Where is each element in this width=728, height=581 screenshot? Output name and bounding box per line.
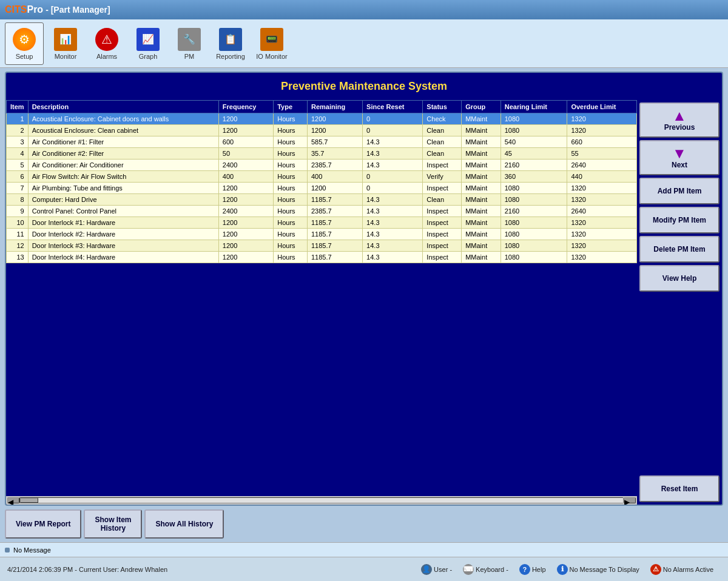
toolbar-pm[interactable]: 🔧 PM	[170, 22, 209, 65]
footer-datetime: 4/21/2014 2:06:39 PM - Current User: And…	[7, 566, 167, 573]
table-cell: 11	[7, 229, 29, 240]
table-row[interactable]: 12Door Interlock #3: Hardware1200Hours11…	[7, 240, 637, 252]
toolbar: ⚙ Setup 📊 Monitor ⚠ Alarms 📈 Graph 🔧 PM …	[0, 19, 728, 68]
table-cell: 360	[500, 171, 567, 183]
col-item: Item	[7, 101, 29, 113]
table-cell: Clean	[423, 125, 462, 136]
table-cell: 1080	[500, 125, 567, 136]
table-row[interactable]: 6Air Flow Switch: Air Flow Switch400Hour…	[7, 171, 637, 183]
table-row[interactable]: 11Door Interlock #2: Hardware1200Hours11…	[7, 229, 637, 240]
h-scrollbar-area[interactable]: ◀ ▶	[6, 496, 637, 505]
pm-table-container[interactable]: Item Description Frequency Type Remainin…	[6, 100, 637, 496]
table-cell: Door Interlock #2: Hardware	[28, 229, 218, 240]
table-row[interactable]: 5Air Conditioner: Air Conditioner2400Hou…	[7, 160, 637, 171]
table-cell: Air Conditioner #1: Filter	[28, 136, 218, 148]
table-cell: 1080	[500, 217, 567, 229]
toolbar-setup-label: Setup	[16, 53, 33, 60]
table-row[interactable]: 1Acoustical Enclosure: Cabinet doors and…	[7, 113, 637, 125]
show-all-history-button[interactable]: Show All History	[144, 509, 224, 539]
table-cell: MMaint	[462, 160, 501, 171]
table-cell: MMaint	[462, 252, 501, 263]
table-cell: 1200	[218, 194, 273, 206]
table-row[interactable]: 9Control Panel: Control Panel2400Hours23…	[7, 206, 637, 217]
table-cell: 0	[363, 183, 423, 194]
toolbar-graph[interactable]: 📈 Graph	[129, 22, 167, 65]
toolbar-reporting[interactable]: 📋 Reporting	[211, 22, 250, 65]
table-cell: 1320	[567, 252, 637, 263]
toolbar-reporting-label: Reporting	[216, 53, 245, 60]
table-cell: 45	[500, 148, 567, 160]
table-row[interactable]: 8Computer: Hard Drive1200Hours1185.714.3…	[7, 194, 637, 206]
alarm-icon: ⚠	[650, 564, 661, 575]
table-cell: 1080	[500, 240, 567, 252]
next-button[interactable]: ▼ Next	[639, 140, 720, 175]
table-cell: 1200	[307, 183, 362, 194]
table-cell: 2160	[500, 160, 567, 171]
modify-pm-item-button[interactable]: Modify PM Item	[639, 207, 720, 233]
add-pm-item-button[interactable]: Add PM Item	[639, 178, 720, 204]
footer-alarm-section: ⚠ No Alarms Active	[650, 564, 713, 575]
table-row[interactable]: 13Door Interlock #4: Hardware1200Hours11…	[7, 252, 637, 263]
table-header-row: Item Description Frequency Type Remainin…	[7, 101, 637, 113]
reset-item-button[interactable]: Reset Item	[639, 475, 720, 502]
table-cell: 14.3	[363, 252, 423, 263]
col-frequency: Frequency	[218, 101, 273, 113]
table-cell: Hours	[274, 171, 308, 183]
table-row[interactable]: 10Door Interlock #1: Hardware1200Hours11…	[7, 217, 637, 229]
table-area: Item Description Frequency Type Remainin…	[6, 100, 637, 505]
table-cell: Air Plumbing: Tube and fittings	[28, 183, 218, 194]
table-row[interactable]: 3Air Conditioner #1: Filter600Hours585.7…	[7, 136, 637, 148]
main-area: Preventive Maintenance System Item Descr…	[0, 68, 728, 542]
table-cell: MMaint	[462, 194, 501, 206]
table-cell: MMaint	[462, 136, 501, 148]
h-scroll-right[interactable]: ▶	[624, 497, 636, 503]
table-cell: 5	[7, 160, 29, 171]
view-pm-report-button[interactable]: View PM Report	[5, 509, 81, 539]
footer-user-section: 👤 User -	[421, 564, 452, 575]
message-icon: ℹ	[557, 564, 568, 575]
view-help-button[interactable]: View Help	[639, 265, 720, 292]
table-cell: Hours	[274, 113, 308, 125]
toolbar-monitor-label: Monitor	[55, 53, 77, 60]
toolbar-alarms[interactable]: ⚠ Alarms	[87, 22, 126, 65]
table-cell: 600	[218, 136, 273, 148]
table-cell: 2	[7, 125, 29, 136]
user-icon: 👤	[421, 564, 432, 575]
next-label: Next	[672, 161, 687, 169]
previous-button[interactable]: ▲ Previous	[639, 102, 720, 138]
table-row[interactable]: 4Air Conditioner #2: Filter50Hours35.714…	[7, 148, 637, 160]
h-scroll-thumb[interactable]	[20, 498, 38, 503]
table-cell: Door Interlock #1: Hardware	[28, 217, 218, 229]
table-cell: MMaint	[462, 217, 501, 229]
table-cell: 2160	[500, 206, 567, 217]
table-cell: Hours	[274, 160, 308, 171]
pm-title: Preventive Maintenance System	[6, 73, 722, 100]
delete-pm-item-button[interactable]: Delete PM Item	[639, 236, 720, 263]
table-cell: MMaint	[462, 183, 501, 194]
table-cell: Computer: Hard Drive	[28, 194, 218, 206]
footer-message-label: No Message To Display	[570, 566, 639, 573]
toolbar-setup[interactable]: ⚙ Setup	[5, 22, 44, 65]
h-scrollbar-track[interactable]	[19, 497, 624, 503]
table-cell: 2640	[567, 206, 637, 217]
table-cell: Air Flow Switch: Air Flow Switch	[28, 171, 218, 183]
table-cell: 1080	[500, 113, 567, 125]
table-cell: 1080	[500, 229, 567, 240]
table-row[interactable]: 7Air Plumbing: Tube and fittings1200Hour…	[7, 183, 637, 194]
h-scroll-left[interactable]: ◀	[7, 497, 19, 503]
table-cell: Inspect	[423, 217, 462, 229]
arrow-up-icon: ▲	[672, 109, 687, 123]
table-cell: Air Conditioner #2: Filter	[28, 148, 218, 160]
toolbar-iomonitor[interactable]: 📟 IO Monitor	[252, 22, 291, 65]
table-cell: 1200	[218, 229, 273, 240]
bottom-buttons: View PM Report Show Item History Show Al…	[5, 506, 723, 539]
table-row[interactable]: 2Acoustical Enclosure: Clean cabinet1200…	[7, 125, 637, 136]
pm-table-body: 1Acoustical Enclosure: Cabinet doors and…	[7, 113, 637, 263]
table-cell: 1	[7, 113, 29, 125]
table-cell: 1185.7	[307, 252, 362, 263]
app-logo: CITSPro	[5, 4, 43, 15]
col-overdue-limit: Overdue Limit	[567, 101, 637, 113]
toolbar-monitor[interactable]: 📊 Monitor	[46, 22, 85, 65]
show-item-history-button[interactable]: Show Item History	[84, 509, 142, 539]
table-cell: 9	[7, 206, 29, 217]
